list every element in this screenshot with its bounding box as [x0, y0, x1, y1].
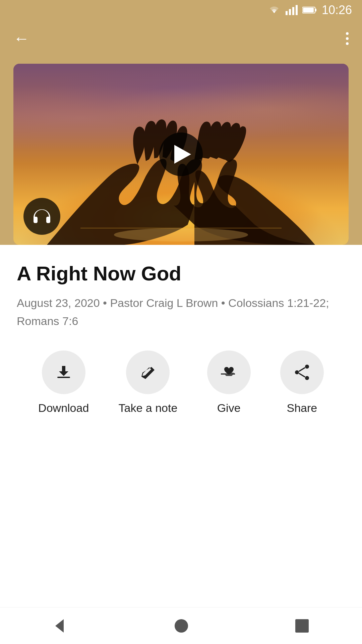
share-label: Share: [287, 401, 317, 415]
dot: [346, 37, 349, 40]
share-circle: [280, 351, 324, 394]
svg-marker-15: [55, 619, 64, 633]
signal-icon: [286, 5, 298, 15]
svg-rect-3: [296, 5, 298, 15]
play-button[interactable]: [159, 132, 203, 176]
svg-rect-5: [315, 9, 316, 11]
svg-rect-0: [286, 11, 288, 15]
svg-rect-2: [292, 7, 294, 15]
svg-rect-1: [289, 9, 291, 15]
note-circle: [126, 351, 170, 394]
svg-point-16: [175, 619, 188, 633]
content-section: A Right Now God August 23, 2020 • Pastor…: [0, 245, 362, 448]
bottom-nav: [0, 607, 362, 644]
take-a-note-action[interactable]: Take a note: [119, 351, 178, 415]
status-bar: 10:26: [0, 0, 362, 20]
download-icon: [55, 363, 73, 381]
nav-home-button[interactable]: [173, 618, 190, 634]
header: ←: [0, 20, 362, 57]
give-icon: [219, 363, 239, 381]
dot: [346, 42, 349, 45]
hero-container: [0, 57, 362, 245]
sermon-meta: August 23, 2020 • Pastor Craig L Brown •…: [17, 294, 345, 330]
svg-point-10: [305, 365, 309, 369]
give-label: Give: [217, 401, 241, 415]
hero-image: [13, 64, 349, 245]
svg-point-12: [295, 370, 299, 374]
play-icon: [174, 145, 191, 164]
more-options-button[interactable]: [346, 32, 349, 45]
headphone-icon: [32, 208, 52, 225]
svg-rect-6: [303, 8, 314, 12]
download-circle: [42, 351, 85, 394]
share-action[interactable]: Share: [280, 351, 324, 415]
svg-rect-17: [295, 619, 309, 633]
svg-point-7: [114, 228, 248, 241]
download-label: Download: [38, 401, 89, 415]
nav-back-icon: [52, 618, 69, 634]
status-time: 10:26: [322, 3, 352, 17]
share-icon: [293, 363, 311, 381]
svg-line-13: [299, 368, 305, 371]
actions-row: Download Take a note Give: [17, 351, 345, 415]
svg-point-11: [305, 376, 309, 380]
download-action[interactable]: Download: [38, 351, 89, 415]
back-button[interactable]: ←: [13, 31, 29, 47]
battery-icon: [302, 6, 317, 14]
nav-back-button[interactable]: [52, 618, 69, 634]
svg-line-14: [299, 373, 305, 377]
audio-button[interactable]: [23, 198, 60, 235]
nav-stop-button[interactable]: [294, 618, 310, 634]
sermon-title: A Right Now God: [17, 262, 345, 286]
dot: [346, 32, 349, 35]
wifi-icon: [267, 5, 281, 15]
give-circle: [207, 351, 251, 394]
status-icons: 10:26: [267, 3, 352, 17]
pencil-icon: [139, 363, 157, 381]
give-action[interactable]: Give: [207, 351, 251, 415]
nav-home-icon: [173, 618, 190, 634]
nav-stop-icon: [294, 618, 310, 634]
svg-rect-9: [57, 377, 70, 378]
note-label: Take a note: [119, 401, 178, 415]
